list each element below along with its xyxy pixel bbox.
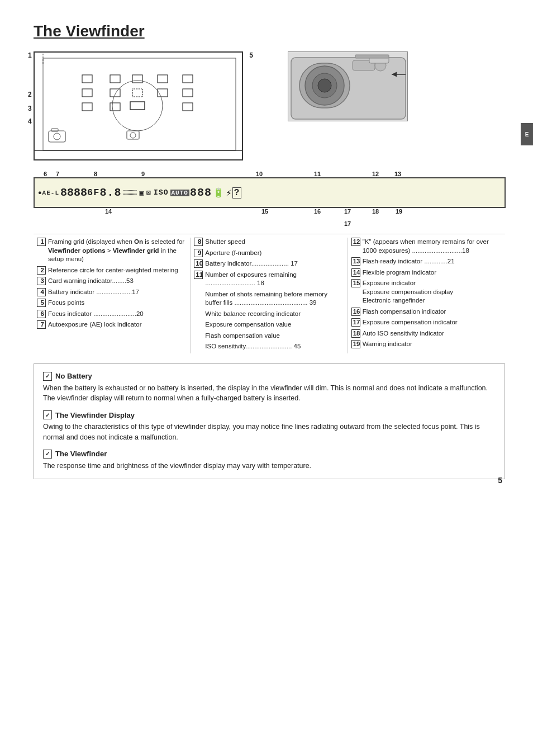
note-title-2: The Viewfinder Display <box>55 411 135 419</box>
strip-label-19: 19 <box>396 208 402 215</box>
strip-label-18: 18 <box>372 208 379 215</box>
items-column-2: 8 Shutter speed 9 Aperture (f-number) 10… <box>191 238 348 353</box>
list-item: 11 White balance recording indicator <box>194 310 344 319</box>
strip-label-10: 10 <box>256 171 263 177</box>
list-item: 13 Flash-ready indicator .............21 <box>351 257 502 266</box>
svg-rect-2 <box>110 75 120 83</box>
list-item: 11 Flash compensation value <box>194 332 344 341</box>
note-text-1: When the battery is exhausted or no batt… <box>43 383 496 404</box>
items-list: 1 Framing grid (displayed when On is sel… <box>34 234 505 353</box>
svg-rect-31 <box>355 55 389 58</box>
viewfinder-main-diagram <box>34 51 243 160</box>
list-item: 6 Focus indicator ......................… <box>37 310 187 319</box>
svg-rect-3 <box>132 75 142 83</box>
strip-label-6: 6 <box>44 171 47 177</box>
auto-label: AUTO <box>170 190 189 196</box>
label-4: 4 <box>28 117 32 125</box>
page-tab: E <box>521 123 533 145</box>
svg-rect-16 <box>49 131 65 142</box>
svg-rect-4 <box>158 75 168 83</box>
list-item: 1 Framing grid (displayed when On is sel… <box>37 238 187 264</box>
check-icon-2: ✓ <box>43 410 52 419</box>
svg-point-27 <box>318 79 331 92</box>
strip-label-9: 9 <box>141 171 145 177</box>
items-column-3: 12 "K" (appears when memory remains for … <box>348 238 505 353</box>
list-item: 10 Battery indicator....................… <box>194 259 344 268</box>
list-item: 9 Aperture (f-number) <box>194 249 344 258</box>
display-aperture: 8.8 <box>99 186 121 199</box>
list-item: 18 Auto ISO sensitivity indicator <box>351 329 502 338</box>
strip-label-17b: 17 <box>344 220 351 227</box>
svg-rect-13 <box>183 103 193 111</box>
list-item: 12 "K" (appears when memory remains for … <box>351 238 502 255</box>
list-item: 17 Exposure compensation indicator <box>351 318 502 327</box>
svg-rect-12 <box>110 103 120 111</box>
diagram-area: 1 2 3 4 5 <box>34 51 505 162</box>
strip-label-11: 11 <box>314 171 321 177</box>
label-1: 1 <box>28 51 32 59</box>
list-item: 11 Number of exposures remaining .......… <box>194 271 344 288</box>
label-2: 2 <box>28 91 32 98</box>
strip-label-15: 15 <box>261 208 268 215</box>
list-item: 19 Warning indicator <box>351 340 502 349</box>
check-icon-1: ✓ <box>43 372 52 381</box>
list-item: 15 Exposure indicatorExposure compensati… <box>351 279 502 305</box>
list-item: 8 Shutter speed <box>194 238 344 247</box>
ae-lock-indicator: ●AE-L <box>38 190 59 196</box>
note-title-1: No Battery <box>55 372 92 380</box>
list-item: 16 Flash compensation indicator <box>351 308 502 316</box>
list-item: 7 Autoexposure (AE) lock indicator <box>37 320 187 329</box>
strip-label-17: 17 <box>344 208 351 215</box>
list-item: 5 Focus points <box>37 299 187 308</box>
display-strip-area: 6 7 8 9 10 11 12 13 ●AE-L 8888 6F 8.8 ⁚⁚… <box>34 165 508 228</box>
strip-label-12: 12 <box>372 171 379 177</box>
note-title-3: The Viewfinder <box>55 450 107 458</box>
exposure-scale: ⁚⁚⁚⁚⁚⁚⁚⁚⁚⁚⁚⁚ <box>123 190 136 196</box>
items-column-1: 1 Framing grid (displayed when On is sel… <box>34 238 191 353</box>
svg-rect-10 <box>183 89 193 97</box>
label-5: 5 <box>249 51 253 59</box>
note-text-2: Owing to the characteristics of this typ… <box>43 422 496 443</box>
svg-rect-8 <box>132 89 142 97</box>
note-vf: ✓ The Viewfinder The response time and b… <box>43 450 496 471</box>
label-3: 3 <box>28 105 32 112</box>
svg-rect-11 <box>82 103 92 111</box>
memory-icon: ▣ <box>139 188 144 197</box>
svg-rect-15 <box>130 102 145 110</box>
list-item: 11 Exposure compensation value <box>194 320 344 329</box>
viewfinder-display-strip: ●AE-L 8888 6F 8.8 ⁚⁚⁚⁚⁚⁚⁚⁚⁚⁚⁚⁚ ▣ ⊠ ISO A… <box>34 177 506 208</box>
note-vf-display: ✓ The Viewfinder Display Owing to the ch… <box>43 410 496 443</box>
warning-q: ? <box>232 187 242 199</box>
battery-seg: 🔋 <box>213 187 225 199</box>
display-iso: 888 <box>190 186 212 199</box>
list-item: 11 Number of shots remaining before memo… <box>194 290 344 308</box>
flash-icon: ⚡ <box>226 187 232 199</box>
strip-label-8: 8 <box>94 171 97 177</box>
strip-label-7: 7 <box>56 171 59 177</box>
strip-label-14: 14 <box>105 208 112 215</box>
tab-label: E <box>525 131 529 138</box>
strip-label-13: 13 <box>394 171 401 177</box>
note-text-3: The response time and brightness of the … <box>43 461 496 471</box>
list-item: 11 ISO sensitivity......................… <box>194 342 344 351</box>
svg-rect-7 <box>110 89 120 97</box>
note-no-battery: ✓ No Battery When the battery is exhaust… <box>43 372 496 404</box>
svg-rect-6 <box>82 89 92 97</box>
strip-label-16: 16 <box>314 208 321 215</box>
list-item: 4 Battery indicator ....................… <box>37 288 187 297</box>
check-icon-3: ✓ <box>43 450 52 459</box>
notes-box: ✓ No Battery When the battery is exhaust… <box>34 363 505 480</box>
svg-point-18 <box>54 133 60 140</box>
page-title: The Viewfinder <box>34 22 505 40</box>
svg-rect-1 <box>82 75 92 83</box>
display-readout: 8888 <box>60 186 87 199</box>
page-number: 5 <box>498 476 502 485</box>
svg-rect-5 <box>183 75 193 83</box>
metering-icon: ⊠ <box>146 188 151 197</box>
list-item: 3 Card warning indicator........53 <box>37 277 187 286</box>
svg-point-20 <box>130 133 136 138</box>
iso-label: ISO <box>154 188 168 197</box>
list-item: 14 Flexible program indicator <box>351 268 502 277</box>
camera-top-photo <box>288 51 408 121</box>
list-item: 2 Reference circle for center-weighted m… <box>37 266 187 275</box>
